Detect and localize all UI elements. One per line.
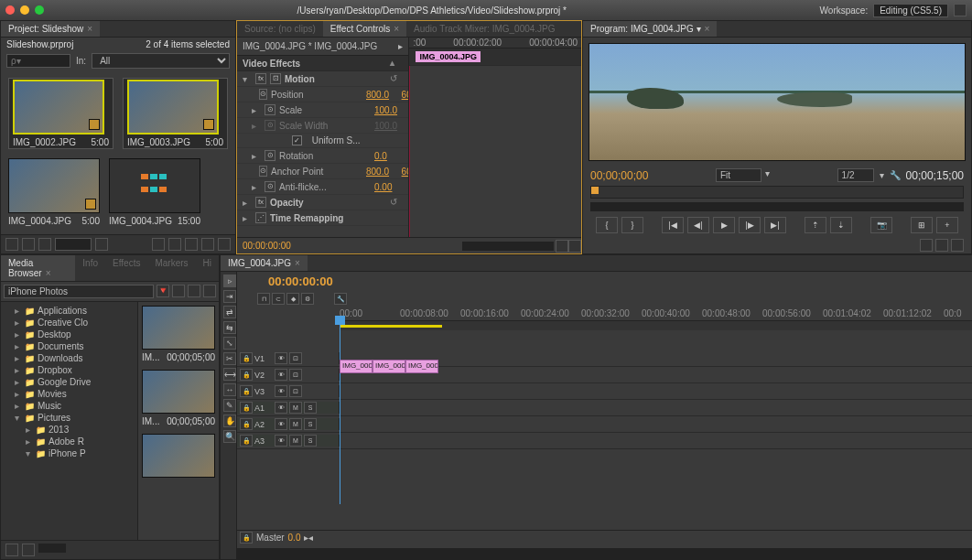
fx-badge-icon[interactable]: fx bbox=[255, 73, 266, 84]
toggle-track-icon[interactable]: 👁 bbox=[275, 369, 287, 381]
rotation-value[interactable]: 0.0 bbox=[374, 151, 387, 161]
safe-margins-icon[interactable] bbox=[920, 239, 933, 252]
lock-icon[interactable]: 🔒 bbox=[240, 369, 253, 381]
close-icon[interactable]: × bbox=[295, 258, 300, 268]
fx-badge-icon[interactable]: fx bbox=[255, 197, 266, 208]
workspace-menu-icon[interactable] bbox=[954, 4, 967, 16]
project-item[interactable]: IMG_0004.JPG5:00 bbox=[8, 158, 100, 226]
lock-icon[interactable]: 🔒 bbox=[240, 435, 253, 447]
directory-icon[interactable] bbox=[203, 285, 216, 297]
razor-tool[interactable]: ✂ bbox=[223, 352, 236, 365]
pen-tool[interactable]: ✎ bbox=[223, 399, 236, 412]
stopwatch-icon[interactable]: ⊙ bbox=[265, 181, 275, 192]
overlay-icon[interactable] bbox=[935, 239, 948, 252]
rate-stretch-tool[interactable]: ⤡ bbox=[223, 337, 236, 350]
motion-effect[interactable]: Motion bbox=[285, 74, 315, 84]
folder-item[interactable]: ▸📁Desktop bbox=[4, 328, 135, 340]
tab-source[interactable]: Source: (no clips) bbox=[237, 21, 323, 37]
go-to-out-button[interactable]: ▶| bbox=[764, 217, 786, 233]
folder-item[interactable]: ▸📁Dropbox bbox=[4, 364, 135, 376]
timeline-playhead[interactable] bbox=[340, 321, 340, 504]
folder-item[interactable]: ▸📁Applications bbox=[4, 305, 135, 317]
sort-icon[interactable] bbox=[95, 238, 108, 251]
automate-icon[interactable] bbox=[152, 238, 165, 251]
mb-path[interactable]: iPhone Photos bbox=[4, 285, 154, 298]
tab-info[interactable]: Info bbox=[75, 255, 105, 281]
tab-hi[interactable]: Hi bbox=[196, 255, 219, 281]
zoom-slider[interactable] bbox=[55, 238, 92, 251]
icon-view-icon[interactable] bbox=[22, 238, 35, 251]
folder-item[interactable]: ▾📁Pictures bbox=[4, 412, 135, 424]
wrench-icon[interactable]: 🔧 bbox=[334, 293, 347, 305]
solo-button[interactable]: S bbox=[304, 435, 317, 447]
timeline-clip[interactable]: IMG_000 bbox=[340, 360, 373, 373]
fit-dropdown-icon[interactable]: ▾ bbox=[765, 168, 770, 182]
step-forward-button[interactable]: |▶ bbox=[739, 217, 761, 233]
hand-tool[interactable]: ✋ bbox=[223, 415, 236, 427]
delete-icon[interactable] bbox=[218, 238, 231, 251]
find-icon[interactable] bbox=[168, 238, 181, 251]
project-item[interactable]: IMG_0003.JPG5:00 bbox=[123, 78, 228, 149]
tab-effects[interactable]: Effects bbox=[105, 255, 147, 281]
expand-icon[interactable]: ▸ bbox=[252, 105, 261, 115]
list-view-icon[interactable] bbox=[5, 238, 18, 251]
workspace-selector[interactable]: Editing (CS5.5) bbox=[873, 4, 948, 17]
snap-icon[interactable]: ⊓ bbox=[257, 293, 270, 305]
slip-tool[interactable]: ⟷ bbox=[223, 368, 236, 381]
stopwatch-icon[interactable]: ⊙ bbox=[259, 166, 267, 177]
timeline-timecode[interactable]: 00:00:00:00 bbox=[268, 275, 333, 288]
anchor-y[interactable]: 600.0 bbox=[402, 167, 409, 177]
sync-lock-icon[interactable]: ⊡ bbox=[289, 385, 302, 397]
folder-item[interactable]: ▸📁Google Drive bbox=[4, 376, 135, 388]
lock-icon[interactable]: 🔒 bbox=[240, 352, 253, 364]
stopwatch-icon[interactable]: ⊙ bbox=[265, 104, 275, 115]
uniform-scale-checkbox[interactable]: ✓ bbox=[292, 135, 302, 145]
ec-timecode[interactable]: 00:00:00:00 bbox=[237, 238, 297, 253]
close-icon[interactable]: × bbox=[705, 24, 710, 34]
slide-tool[interactable]: ↔ bbox=[223, 383, 236, 396]
expand-icon[interactable]: ▸ bbox=[243, 213, 252, 223]
tab-program[interactable]: Program: IMG_0004.JPG ▾× bbox=[583, 21, 717, 37]
stopwatch-icon[interactable]: ⊙ bbox=[259, 89, 267, 100]
stopwatch-icon[interactable]: ⊙ bbox=[265, 150, 275, 161]
close-icon[interactable]: × bbox=[46, 268, 51, 278]
ec-playhead[interactable] bbox=[409, 66, 410, 237]
transform-icon[interactable]: ⊡ bbox=[270, 73, 281, 84]
play-button[interactable]: ▶ bbox=[713, 217, 735, 233]
folder-item[interactable]: ▸📁Creative Clo bbox=[4, 317, 135, 328]
program-ruler[interactable] bbox=[590, 186, 964, 199]
tab-project[interactable]: Project: Slideshow× bbox=[1, 21, 100, 37]
toggle-track-icon[interactable]: 👁 bbox=[275, 385, 287, 397]
anchor-x[interactable]: 800.0 bbox=[366, 167, 389, 177]
program-tc-current[interactable]: 00;00;00;00 bbox=[590, 169, 648, 182]
extract-button[interactable]: ⇣ bbox=[830, 217, 852, 233]
freeform-view-icon[interactable] bbox=[38, 238, 51, 251]
mb-list-icon[interactable] bbox=[5, 544, 18, 556]
media-item[interactable]: IM...00;00;05;00 bbox=[142, 370, 215, 426]
rolling-tool[interactable]: ⇆ bbox=[223, 321, 236, 334]
collapse-icon[interactable]: ▾ bbox=[243, 74, 252, 84]
ec-timeline-clip[interactable]: IMG_0004.JPG bbox=[416, 51, 481, 62]
time-remap-effect[interactable]: Time Remapping bbox=[270, 213, 343, 223]
wrench-icon[interactable]: 🔧 bbox=[890, 170, 901, 180]
lift-button[interactable]: ⇡ bbox=[805, 217, 826, 233]
reset-icon[interactable]: ↺ bbox=[390, 197, 403, 208]
folder-item[interactable]: ▸📁Movies bbox=[4, 388, 135, 400]
dual-view-icon[interactable] bbox=[951, 239, 964, 252]
ripple-tool[interactable]: ⇄ bbox=[223, 306, 236, 318]
mute-button[interactable]: M bbox=[289, 418, 302, 430]
tab-sequence[interactable]: IMG_0004.JPG× bbox=[221, 255, 308, 271]
position-y[interactable]: 600.0 bbox=[402, 90, 409, 100]
zoom-tool[interactable]: 🔍 bbox=[223, 430, 236, 443]
comparison-button[interactable]: ⊞ bbox=[911, 217, 933, 233]
zoom-window[interactable] bbox=[35, 5, 44, 15]
folder-item[interactable]: ▸📁Downloads bbox=[4, 352, 135, 364]
toggle-track-icon[interactable]: 👁 bbox=[275, 352, 287, 364]
tab-media-browser[interactable]: Media Browser× bbox=[1, 255, 75, 281]
linked-sel-icon[interactable]: ⊂ bbox=[272, 293, 285, 305]
ec-zoom-scroll[interactable] bbox=[462, 242, 554, 251]
program-playhead-icon[interactable] bbox=[591, 187, 599, 194]
close-window[interactable] bbox=[5, 5, 15, 15]
expand-icon[interactable]: ▸ bbox=[243, 198, 252, 208]
close-icon[interactable]: × bbox=[87, 24, 92, 34]
